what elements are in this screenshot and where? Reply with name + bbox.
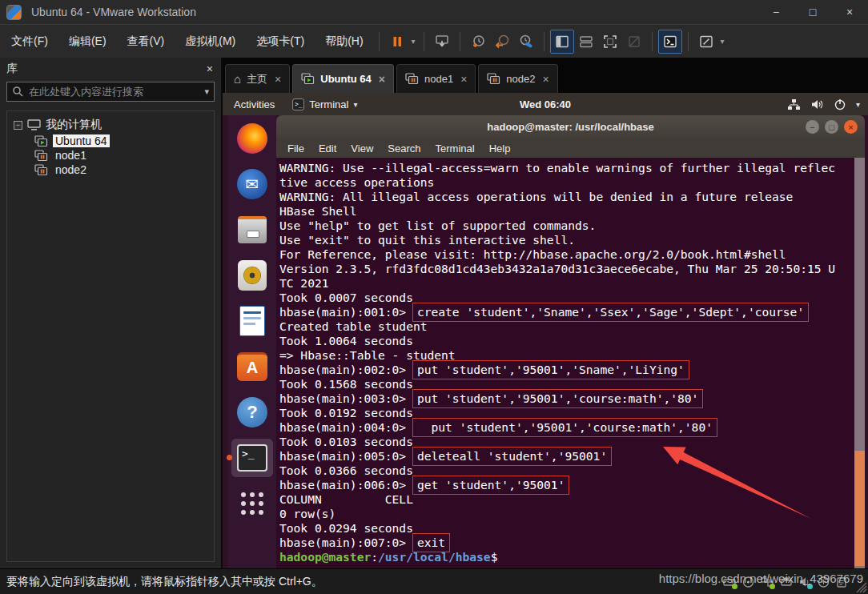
tab-close-icon[interactable]: × <box>379 73 385 86</box>
send-ctrl-alt-del-button[interactable] <box>430 30 454 54</box>
terminal-minimize-button[interactable]: − <box>806 120 819 134</box>
activities-button[interactable]: Activities <box>223 98 286 110</box>
dock-item-thunderbird[interactable]: ✉ <box>231 165 273 203</box>
terminal-menu-help[interactable]: Help <box>483 141 517 156</box>
dock-item-ubuntu-software[interactable]: A <box>231 347 273 386</box>
close-button[interactable]: × <box>831 0 868 24</box>
menu-item[interactable]: 帮助(H) <box>315 30 372 54</box>
app-menu-terminal[interactable]: >_ Terminal ▾ <box>286 98 364 110</box>
terminal-menu-terminal[interactable]: Terminal <box>429 141 481 156</box>
terminal-line: tive access operations <box>279 175 854 190</box>
tree-expander-icon[interactable]: − <box>14 121 22 130</box>
tree-root-my-computer[interactable]: − 我的计算机 <box>10 116 211 134</box>
terminal-line: Took 0.0294 seconds <box>279 521 854 536</box>
stretch-options-caret-icon[interactable]: ▾ <box>718 37 727 46</box>
power-options-caret-icon[interactable]: ▾ <box>409 37 418 46</box>
minimize-button[interactable]: − <box>757 0 794 24</box>
toolbar-separator <box>544 32 545 51</box>
vm-paused-icon <box>34 150 48 162</box>
stretch-button[interactable] <box>694 30 718 54</box>
tab-close-icon[interactable]: × <box>460 73 467 86</box>
terminal-line: Use "help" to get list of supported comm… <box>279 219 854 233</box>
pause-button[interactable] <box>385 30 409 54</box>
menu-item[interactable]: 查看(V) <box>118 30 175 54</box>
highlighted-command: put 'student','95001','course:math','80' <box>412 418 717 437</box>
console-view-button[interactable] <box>658 30 682 54</box>
search-input[interactable] <box>29 86 204 98</box>
terminal-menu-file[interactable]: File <box>281 141 311 156</box>
terminal-text: COLUMN CELL <box>279 492 413 506</box>
terminal-line: hbase(main):002:0> put 'student','95001'… <box>279 363 854 377</box>
menu-item[interactable]: 文件(F) <box>2 30 58 54</box>
toolbar-separator <box>424 32 424 51</box>
vm-screen[interactable]: Activities >_ Terminal ▾ Wed 06:40 ▾ <box>223 93 868 568</box>
maximize-button[interactable]: □ <box>794 0 831 24</box>
menu-item[interactable]: 选项卡(T) <box>247 30 314 54</box>
terminal-text: hadoop@master <box>279 550 371 564</box>
scrollbar-thumb[interactable] <box>854 451 865 566</box>
tab-node2[interactable]: node2× <box>478 64 557 93</box>
terminal-close-button[interactable]: × <box>844 120 858 134</box>
menu-item[interactable]: 编辑(E) <box>59 30 116 54</box>
terminal-icon: >_ <box>237 444 267 472</box>
dock-item-help[interactable]: ? <box>231 393 273 431</box>
dock: ✉A?>_ <box>228 115 276 568</box>
library-toggle-button[interactable] <box>550 30 574 54</box>
tab-node1[interactable]: node1× <box>396 64 476 93</box>
library-search-box[interactable]: ▾ <box>6 82 215 102</box>
tab-close-icon[interactable]: × <box>275 73 281 86</box>
toolbar-separator <box>652 32 653 51</box>
terminal-line: hbase(main):007:0> exit <box>279 536 854 550</box>
terminal-menu-edit[interactable]: Edit <box>312 141 343 156</box>
revert-snapshot-button[interactable] <box>490 30 514 54</box>
dock-item-app-grid[interactable] <box>231 484 273 523</box>
terminal-menu-view[interactable]: View <box>344 141 380 156</box>
tab-label: 主页 <box>247 72 267 86</box>
dock-item-firefox[interactable] <box>231 119 273 158</box>
terminal-app-icon: >_ <box>292 98 304 110</box>
library-close-icon[interactable]: × <box>207 62 213 75</box>
terminal-maximize-button[interactable]: □ <box>825 120 838 134</box>
vmware-workstation-window: Ubuntu 64 - VMware Workstation − □ × 文件(… <box>0 0 868 594</box>
tree-item-ubuntu-64[interactable]: Ubuntu 64 <box>10 134 211 148</box>
fullscreen-button[interactable] <box>598 30 622 54</box>
terminal-line: HBase Shell <box>279 204 854 219</box>
terminal-content[interactable]: WARNING: Use --illegal-access=warn to en… <box>276 158 854 568</box>
watermark: https://blog.csdn.net/weixin_43967679 <box>659 572 863 585</box>
tab-ubuntu-64[interactable]: Ubuntu 64× <box>292 64 394 93</box>
dock-item-files[interactable] <box>231 211 273 249</box>
highlighted-command: put 'student','95001','Sname','LiYing' <box>412 360 689 379</box>
tree-item-node2[interactable]: node2 <box>10 163 211 177</box>
app-menu-label: Terminal <box>309 98 348 110</box>
thunderbird-icon: ✉ <box>237 169 267 199</box>
dock-item-libreoffice-writer[interactable] <box>231 302 273 340</box>
vm-playing-icon <box>34 135 48 147</box>
menu-item[interactable]: 虚拟机(M) <box>175 30 245 54</box>
terminal-text: Took 0.0366 seconds <box>279 464 413 477</box>
help-icon: ? <box>237 397 267 427</box>
dock-item-terminal[interactable]: >_ <box>231 439 273 477</box>
tree-item-node1[interactable]: node1 <box>10 148 211 163</box>
manage-snapshots-button[interactable] <box>514 30 538 54</box>
toolbar-separator <box>460 32 460 51</box>
thumbnail-bar-toggle-button[interactable] <box>574 30 598 54</box>
terminal-title: hadoop@master: /usr/local/hbase <box>276 121 865 133</box>
terminal-menu-search[interactable]: Search <box>381 141 427 156</box>
terminal-text: For Reference, please visit: http://hbas… <box>279 247 786 261</box>
terminal-titlebar[interactable]: hadoop@master: /usr/local/hbase − □ × <box>276 115 865 138</box>
dock-item-rhythmbox[interactable] <box>231 256 273 295</box>
system-status-area[interactable]: ▾ <box>787 98 868 110</box>
take-snapshot-button[interactable] <box>466 30 490 54</box>
ubuntu-top-bar: Activities >_ Terminal ▾ Wed 06:40 ▾ <box>223 93 868 115</box>
terminal-line: Version 2.3.5, rfd3fdc08d1cd43eb3432a1a7… <box>279 262 854 276</box>
tab-label: Ubuntu 64 <box>320 73 372 85</box>
tab-主页[interactable]: ⌂主页× <box>225 64 290 93</box>
tree-item-label: node2 <box>53 163 89 176</box>
tab-close-icon[interactable]: × <box>543 73 549 86</box>
libreoffice-writer-icon <box>239 306 265 336</box>
terminal-menubar: FileEditViewSearchTerminalHelp <box>276 138 865 158</box>
search-caret-icon[interactable]: ▾ <box>204 86 209 97</box>
terminal-scrollbar[interactable] <box>854 158 865 568</box>
window-title: Ubuntu 64 - VMware Workstation <box>31 6 757 18</box>
network-icon <box>787 98 801 110</box>
